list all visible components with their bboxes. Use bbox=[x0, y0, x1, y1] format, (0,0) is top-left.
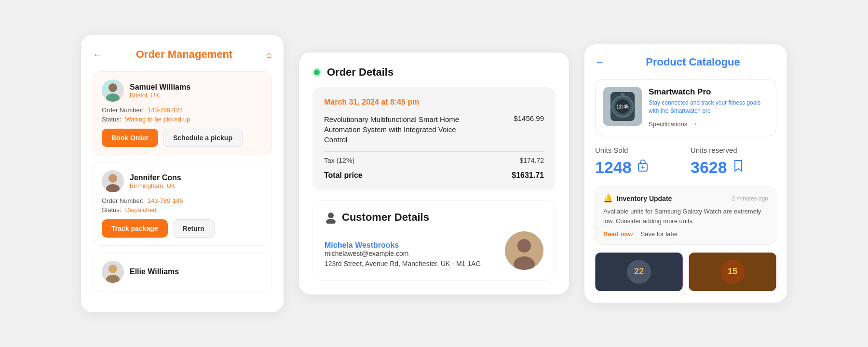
customer-details-title: Customer Details bbox=[342, 211, 429, 224]
total-value: $1631.71 bbox=[512, 171, 544, 180]
product-card: 12:45 Smartwatch Pro Stay connected and … bbox=[595, 79, 776, 137]
bell-icon: 🔔 bbox=[603, 194, 613, 203]
order-details-header: Order Details bbox=[312, 66, 556, 79]
order-item-name: Revolutionary Multifunctional Smart Home… bbox=[324, 114, 478, 145]
svg-point-1 bbox=[106, 93, 120, 102]
customer-name[interactable]: Michela Westbrooks bbox=[325, 241, 481, 250]
back-icon-right[interactable]: ← bbox=[595, 56, 605, 67]
customer-header: Customer Details bbox=[325, 211, 543, 224]
thumbnail-1[interactable]: 22 bbox=[595, 253, 683, 291]
order-info-1: Order Number: 143-789-124 bbox=[102, 107, 263, 114]
home-icon[interactable]: ⌂ bbox=[266, 49, 272, 60]
order-item-row: Revolutionary Multifunctional Smart Home… bbox=[324, 114, 544, 145]
tax-label: Tax (12%) bbox=[324, 157, 354, 164]
notification-box: 🔔 Inventory Update 2 minutes ago Availab… bbox=[595, 187, 776, 245]
track-package-button[interactable]: Track package bbox=[102, 219, 168, 238]
specs-label[interactable]: Specifications bbox=[649, 120, 687, 128]
user-location-1: Bristol, UK bbox=[130, 92, 190, 99]
notification-title: Inventory Update bbox=[617, 195, 728, 202]
user-location-2: Birmingham, UK bbox=[130, 182, 181, 189]
order-status-1: Status: Waiting to be picked up bbox=[102, 116, 263, 123]
schedule-pickup-button[interactable]: Schedule a pickup bbox=[163, 129, 243, 147]
notification-actions: Read now Save for later bbox=[603, 230, 768, 238]
svg-point-3 bbox=[106, 184, 120, 192]
svg-point-9 bbox=[517, 239, 531, 253]
user-row-1: Samuel Williams Bristol, UK bbox=[102, 80, 263, 102]
thumbnail-row: 22 15 bbox=[595, 253, 776, 291]
specs-arrow-icon[interactable]: → bbox=[690, 120, 698, 128]
svg-rect-15 bbox=[621, 93, 624, 97]
user-row-2: Jennifer Cons Birmingham, UK bbox=[102, 170, 263, 192]
order-management-panel: ← Order Management ⌂ Samuel Williams Bri… bbox=[81, 35, 284, 312]
user-row-3: Ellie Williams bbox=[102, 261, 263, 283]
order-date: March 31, 2024 at 8:45 pm bbox=[324, 98, 544, 107]
order-number-2: 143-789-146 bbox=[148, 197, 183, 204]
units-reserved-label: Units reserved bbox=[691, 146, 776, 154]
customer-email: michelawest@example.com bbox=[325, 250, 481, 257]
order-status-2: Status: Dispatched bbox=[102, 206, 263, 214]
avatar-samuel bbox=[102, 80, 124, 102]
back-icon[interactable]: ← bbox=[93, 49, 102, 60]
bookmark-icon bbox=[731, 159, 746, 176]
book-order-button[interactable]: Book Order bbox=[102, 129, 158, 147]
right-panel-header: ← Product Catalogue bbox=[595, 56, 776, 68]
order-item-price: $1456.99 bbox=[514, 114, 544, 122]
total-row: Total price $1631.71 bbox=[324, 171, 544, 180]
product-catalogue-panel: ← Product Catalogue 12:45 Smartwatch Pro… bbox=[584, 44, 787, 303]
svg-point-0 bbox=[108, 83, 117, 92]
total-label: Total price bbox=[324, 171, 363, 180]
green-status-dot bbox=[312, 68, 321, 77]
order-card-1: Samuel Williams Bristol, UK Order Number… bbox=[93, 71, 272, 155]
notification-text: Available units for Samsung Galaxy Watch… bbox=[603, 207, 768, 226]
svg-point-6 bbox=[328, 213, 334, 218]
divider-1 bbox=[324, 151, 544, 152]
user-name-3: Ellie Williams bbox=[130, 267, 179, 276]
product-info: Smartwatch Pro Stay connected and track … bbox=[649, 87, 768, 129]
customer-details-section: Customer Details Michela Westbrooks mich… bbox=[312, 200, 556, 281]
notification-header: 🔔 Inventory Update 2 minutes ago bbox=[603, 194, 768, 203]
units-reserved-value-row: 3628 bbox=[691, 158, 776, 177]
specs-row: Specifications → bbox=[649, 120, 768, 128]
avatar-jennifer bbox=[102, 170, 124, 192]
customer-info: Michela Westbrooks michelawest@example.c… bbox=[325, 241, 481, 270]
svg-point-4 bbox=[108, 265, 117, 273]
right-panel-title: Product Catalogue bbox=[610, 56, 776, 68]
return-button[interactable]: Return bbox=[173, 219, 215, 238]
product-image: 12:45 bbox=[603, 87, 642, 126]
units-reserved-number: 3628 bbox=[691, 158, 727, 177]
order-details-title: Order Details bbox=[327, 66, 393, 79]
order-info-2: Order Number: 143-789-146 bbox=[102, 197, 263, 204]
panel-header: ← Order Management ⌂ bbox=[93, 48, 272, 61]
read-now-link[interactable]: Read now bbox=[603, 230, 633, 238]
product-description: Stay connected and track your fitness go… bbox=[649, 99, 768, 115]
customer-content: Michela Westbrooks michelawest@example.c… bbox=[325, 231, 543, 270]
tax-row: Tax (12%) $174.72 bbox=[324, 157, 544, 164]
product-name: Smartwatch Pro bbox=[649, 87, 768, 97]
svg-text:12:45: 12:45 bbox=[616, 104, 629, 109]
notification-time: 2 minutes ago bbox=[732, 195, 768, 202]
user-name-2: Jennifer Cons bbox=[130, 174, 181, 182]
units-sold-number: 1248 bbox=[595, 158, 632, 177]
svg-text:15: 15 bbox=[728, 267, 737, 276]
customer-avatar bbox=[505, 231, 543, 270]
shopping-bag-icon bbox=[636, 159, 650, 176]
avatar-ellie bbox=[102, 261, 124, 283]
save-for-later-link[interactable]: Save for later bbox=[640, 230, 678, 238]
order-number-1: 143-789-124 bbox=[148, 107, 183, 114]
thumbnail-2[interactable]: 15 bbox=[689, 253, 776, 291]
units-sold-label: Units Sold bbox=[595, 146, 681, 154]
order-details-box: March 31, 2024 at 8:45 pm Revolutionary … bbox=[312, 87, 556, 190]
stats-row: Units Sold 1248 Units reserved 3628 bbox=[595, 146, 776, 177]
units-sold-value-row: 1248 bbox=[595, 158, 681, 177]
panel-title: Order Management bbox=[107, 48, 261, 61]
order-details-section: Order Details March 31, 2024 at 8:45 pm … bbox=[312, 66, 556, 190]
units-sold-block: Units Sold 1248 bbox=[595, 146, 681, 177]
customer-address: 123rd Street, Avenue Rd, Manchester, UK … bbox=[325, 260, 481, 267]
customer-icon bbox=[325, 211, 337, 224]
svg-point-7 bbox=[326, 219, 336, 224]
order-card-3: Ellie Williams bbox=[93, 253, 272, 292]
user-name-1: Samuel Williams bbox=[130, 83, 190, 92]
svg-point-5 bbox=[106, 275, 120, 283]
tax-value: $174.72 bbox=[519, 157, 544, 164]
units-reserved-block: Units reserved 3628 bbox=[691, 146, 776, 177]
